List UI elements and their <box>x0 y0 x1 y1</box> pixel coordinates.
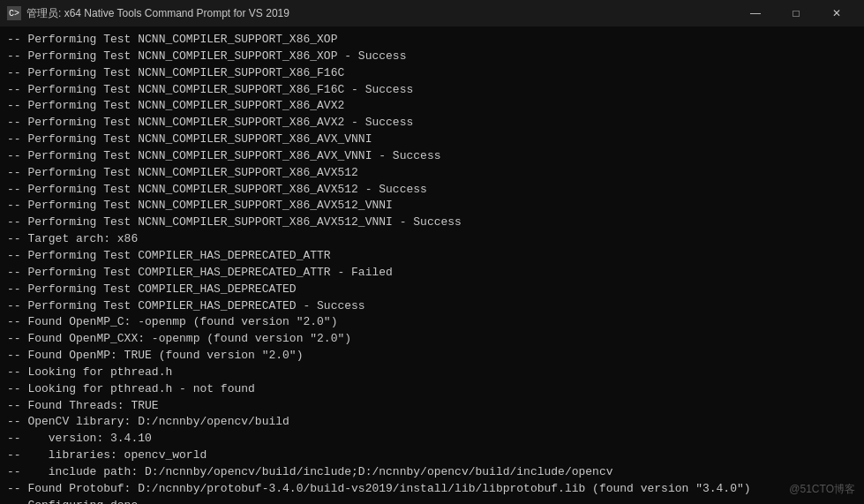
watermark: @51CTO博客 <box>789 482 855 497</box>
titlebar: C> 管理员: x64 Native Tools Command Prompt … <box>0 0 864 26</box>
app-icon: C> <box>7 6 21 20</box>
window-controls: — □ ✕ <box>735 0 857 26</box>
window-title: 管理员: x64 Native Tools Command Prompt for… <box>26 6 289 21</box>
maximize-button[interactable]: □ <box>776 0 816 26</box>
titlebar-left: C> 管理员: x64 Native Tools Command Prompt … <box>7 6 289 21</box>
app-icon-text: C> <box>9 9 19 19</box>
terminal-output: -- Performing Test NCNN_COMPILER_SUPPORT… <box>7 32 857 504</box>
minimize-button[interactable]: — <box>735 0 776 26</box>
close-button[interactable]: ✕ <box>816 0 857 26</box>
terminal-area: -- Performing Test NCNN_COMPILER_SUPPORT… <box>0 26 864 504</box>
